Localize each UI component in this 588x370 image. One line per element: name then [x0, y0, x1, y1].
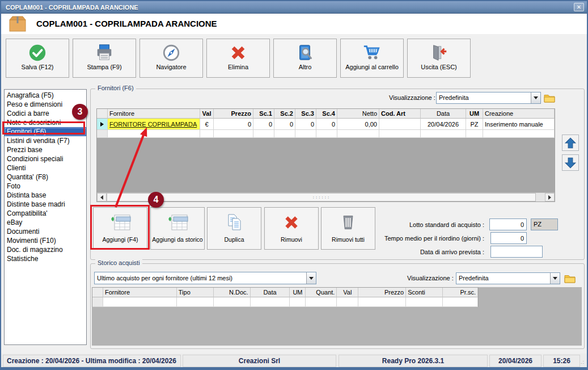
status-bar: Creazione : 20/04/2026 - Ultima modifica…: [1, 354, 587, 368]
col-prezzo[interactable]: Prezzo: [358, 288, 406, 297]
sidebar-item-movimenti[interactable]: Movimenti (F10): [5, 236, 86, 245]
sidebar-item-distinta-base[interactable]: Distinta base: [5, 191, 86, 200]
chevron-down-icon[interactable]: [550, 273, 560, 284]
fornitori-group: Fornitori (F6) Visualizzazione : Predefi…: [90, 89, 585, 260]
save-button[interactable]: Salva (F12): [6, 39, 69, 78]
col-val[interactable]: Val: [200, 109, 214, 119]
chevron-down-icon[interactable]: [306, 272, 316, 284]
status-creation: Creazione : 20/04/2026 - Ultima modifica…: [3, 355, 181, 367]
exit-door-icon: [429, 43, 449, 62]
cart-icon: [362, 43, 382, 62]
sidebar-item-doc-magazzino[interactable]: Doc. di magazzino: [5, 245, 86, 254]
horizontal-scrollbar[interactable]: ::::::: [97, 192, 555, 201]
move-down-button[interactable]: [562, 154, 579, 171]
sidebar-item-fornitori[interactable]: Fornitori (F6): [5, 127, 86, 136]
col-val[interactable]: Val: [337, 288, 358, 297]
col-um[interactable]: UM: [466, 109, 483, 119]
chevron-down-icon[interactable]: [531, 93, 540, 103]
col-fornitore[interactable]: Fornitore: [108, 109, 200, 119]
col-prsc[interactable]: Pr.sc.: [443, 288, 478, 297]
sidebar-item-documenti[interactable]: Documenti: [5, 227, 86, 236]
sidebar-item-codici[interactable]: Codici a barre: [5, 109, 86, 118]
compass-icon: [162, 43, 181, 62]
page-header: COPLAM001 - COPRILAMPADA ARANCIONE: [1, 14, 587, 34]
navigator-button[interactable]: Navigatore: [139, 39, 203, 78]
sidebar-item-peso[interactable]: Peso e dimensioni: [5, 100, 86, 109]
supplier-link[interactable]: FORNITORE COPRILAMPADA: [109, 121, 197, 128]
folder-icon: [544, 94, 555, 103]
supplier-row[interactable]: FORNITORE COPRILAMPADA € 0 0 0 0 0 0,00 …: [97, 119, 555, 130]
sidebar-item-condizioni[interactable]: Condizioni speciali: [5, 154, 86, 163]
col-sc4[interactable]: Sc.4: [316, 109, 337, 119]
remove-x-icon: [282, 213, 301, 232]
view-combobox[interactable]: Predefinita: [436, 92, 541, 104]
app-window: COPLAM001 - COPRILAMPADA ARANCIONE ✕ COP…: [0, 0, 588, 370]
history-filter-combobox[interactable]: Ultimo acquisto per ogni fornitore (ulti…: [94, 272, 316, 284]
sidebar-item-statistiche[interactable]: Statistiche: [5, 254, 86, 263]
duplicate-button[interactable]: Duplica: [207, 207, 261, 250]
exit-button[interactable]: Uscita (ESC): [407, 39, 471, 78]
remove-all-button[interactable]: Rimuovi tutti: [321, 207, 375, 250]
storico-folder-button[interactable]: [563, 272, 577, 284]
print-button[interactable]: Stampa (F9): [73, 39, 136, 78]
sidebar-item-compatibilita[interactable]: Compatibilita': [5, 209, 86, 218]
col-fornitore[interactable]: Fornitore: [103, 288, 177, 297]
add-to-cart-button[interactable]: Aggiungi al carrello: [340, 39, 404, 78]
scroll-right-icon[interactable]: [545, 193, 555, 201]
arrow-up-icon: [564, 137, 577, 149]
lotto-um-field: PZ: [531, 218, 558, 230]
arrow-down-icon: [564, 157, 577, 169]
status-time: 15:26: [543, 355, 580, 367]
col-sc3[interactable]: Sc.3: [295, 109, 316, 119]
open-view-folder-button[interactable]: [543, 92, 556, 104]
suppliers-table: Fornitore Val Prezzo Sc.1 Sc.2 Sc.3 Sc.4…: [96, 108, 555, 202]
scrollbar-thumb[interactable]: ::::::: [107, 193, 536, 201]
storico-group: Storico acquisti Ultimo acquisto per ogn…: [90, 263, 585, 349]
empty-row: [97, 130, 555, 138]
col-um[interactable]: UM: [290, 288, 306, 297]
sidebar-item-anagrafica[interactable]: Anagrafica (F5): [5, 91, 86, 100]
history-table: Fornitore Tipo N.Doc. Data UM Quant. Val…: [92, 287, 479, 307]
section-list: Anagrafica (F5) Peso e dimensioni Codici…: [4, 89, 87, 345]
other-button[interactable]: Altro: [273, 39, 337, 78]
history-table-header: Fornitore Tipo N.Doc. Data UM Quant. Val…: [92, 288, 478, 297]
lotto-input[interactable]: [489, 218, 527, 230]
col-quant[interactable]: Quant.: [306, 288, 337, 297]
sidebar-item-foto[interactable]: Foto: [5, 182, 86, 191]
storico-view-combobox[interactable]: Predefinita: [456, 272, 560, 284]
col-sc1[interactable]: Sc.1: [253, 109, 274, 119]
riordino-input[interactable]: [490, 232, 527, 244]
arrivo-input[interactable]: [490, 246, 543, 258]
sidebar-item-prezzi-base[interactable]: Prezzi base: [5, 145, 86, 154]
remove-button[interactable]: Rimuovi: [264, 207, 319, 250]
move-up-button[interactable]: [562, 134, 579, 151]
col-sconti[interactable]: Sconti: [406, 288, 443, 297]
scroll-left-icon[interactable]: [97, 193, 107, 201]
col-prezzo[interactable]: Prezzo: [214, 109, 253, 119]
sidebar-item-ebay[interactable]: eBay: [5, 218, 86, 227]
col-netto[interactable]: Netto: [337, 109, 379, 119]
sidebar-item-note[interactable]: Note e descrizioni: [5, 118, 86, 127]
col-cod-art[interactable]: Cod. Art: [379, 109, 421, 119]
col-tipo[interactable]: Tipo: [177, 288, 214, 297]
col-creazione[interactable]: Creazione: [483, 109, 555, 119]
status-version: Ready Pro 2026.3.1: [339, 355, 488, 367]
add-from-history-button[interactable]: Aggiungi da storico: [150, 207, 205, 250]
duplicate-pages-icon: [224, 213, 244, 232]
title-bar: COPLAM001 - COPRILAMPADA ARANCIONE ✕: [1, 1, 587, 14]
status-company: Creazioni Srl: [183, 355, 336, 367]
delete-button[interactable]: Elimina: [206, 39, 270, 78]
close-icon[interactable]: ✕: [574, 3, 584, 11]
col-ndoc[interactable]: N.Doc.: [214, 288, 251, 297]
page-title: COPLAM001 - COPRILAMPADA ARANCIONE: [36, 14, 217, 34]
sidebar-item-quantita[interactable]: Quantita' (F8): [5, 173, 86, 182]
row-selector: [97, 119, 108, 130]
sidebar-item-distinte-madri[interactable]: Distinte base madri: [5, 200, 86, 209]
add-supplier-button[interactable]: Aggiungi (F4): [93, 207, 147, 250]
col-data[interactable]: Data: [421, 109, 466, 119]
col-sc2[interactable]: Sc.2: [274, 109, 295, 119]
col-data[interactable]: Data: [251, 288, 290, 297]
trash-icon: [339, 213, 357, 232]
sidebar-item-clienti[interactable]: Clienti: [5, 163, 86, 173]
sidebar-item-listini[interactable]: Listini di vendita (F7): [5, 136, 86, 145]
